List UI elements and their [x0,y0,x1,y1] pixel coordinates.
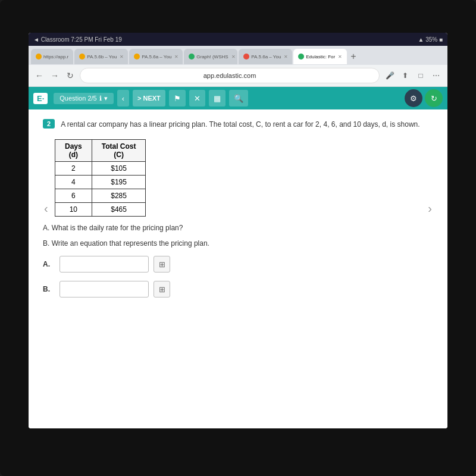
address-input[interactable] [80,68,380,83]
table-cell-cost-2: $195 [92,176,146,189]
back-button[interactable]: ← [33,70,45,82]
tab-close-3[interactable]: ✕ [231,54,236,60]
tab-icon-1 [79,54,85,60]
question-header: 2 A rental car company has a linear pric… [43,119,433,130]
browser-chrome: https://app.r PA.5.6b – You ✕ PA.5.6a – … [29,46,447,87]
question-label-text: Question 2/5 [60,95,96,102]
table-cell-cost-1: $105 [92,162,146,176]
tab-label-4: PA.5.6a – You [251,54,281,60]
grid-toolbar-icon: ▦ [214,94,221,103]
table-row-1: 2 $105 [55,162,146,176]
answer-label-b: B. [43,285,55,293]
edulastic-logo: E· [33,93,48,104]
table-row-4: 10 $465 [55,203,146,217]
grid-toolbar-button[interactable]: ▦ [209,90,226,107]
left-nav-arrow[interactable]: ‹ [44,202,48,215]
tab-5-active[interactable]: Edulastic: For ✕ [293,49,347,64]
data-table: Days(d) Total Cost(C) 2 $105 4 $195 [55,139,146,217]
status-bar-right: ▲ 35% ■ [418,36,443,43]
tab-icon-5 [298,54,304,60]
tab-3[interactable]: Graph! (WSHS ✕ [184,49,237,64]
tab-2[interactable]: PA.5.6a – You ✕ [129,49,183,64]
search-toolbar-button[interactable]: 🔍 [229,90,248,107]
bookmark-toolbar-button[interactable]: ⚑ [169,90,186,107]
answer-label-a: A. [43,260,55,268]
laptop-bezel: ◄ Classroom 7:25 PM Fri Feb 19 ▲ 35% ■ h… [0,0,476,476]
address-bar-row: ← → ↻ 🎤 ⬆ □ ⋯ [29,65,447,86]
answer-row-a: A. ⊞ [43,256,433,273]
table-cell-days-3: 6 [55,189,92,203]
tab-label-0: https://app.r [43,54,68,60]
info-icon: ℹ [99,95,102,102]
menu-icon[interactable]: ⋯ [430,69,443,82]
toolbar-right: ⚙ ↻ [405,89,443,107]
tab-icon-0 [36,54,42,60]
microphone-icon[interactable]: 🎤 [383,69,396,82]
tab-label-5: Edulastic: For [306,54,335,60]
next-button[interactable]: > NEXT [133,90,165,107]
calculator-button-b[interactable]: ⊞ [154,281,170,298]
edulastic-toolbar: E· Question 2/5 ℹ ▾ ‹ > NEXT ⚑ ✕ ▦ 🔍 [29,87,447,109]
new-tab-button[interactable]: + [348,52,358,61]
question-number: 2 [43,119,55,129]
forward-button[interactable]: → [49,70,61,82]
bookmark-toolbar-icon: ⚑ [174,94,181,103]
table-row-2: 4 $195 [55,176,146,189]
sub-question-a-text: A. What is the daily rate for the pricin… [43,224,183,232]
answer-input-a[interactable] [60,256,149,273]
tab-close-5[interactable]: ✕ [338,54,342,60]
sub-question-b: B. Write an equation that represents the… [43,239,433,248]
prev-icon: ‹ [122,94,124,103]
refresh-button[interactable]: ↻ [425,89,443,107]
table-cell-days-4: 10 [55,203,92,217]
tab-label-2: PA.5.6a – You [142,54,171,60]
sub-question-b-text: B. Write an equation that represents the… [43,239,209,248]
settings-icon: ⚙ [410,94,417,103]
next-label: > NEXT [137,95,161,102]
tab-close-2[interactable]: ✕ [174,54,178,60]
status-bar: ◄ Classroom 7:25 PM Fri Feb 19 ▲ 35% ■ [29,33,447,46]
table-header-cost: Total Cost(C) [92,140,146,162]
search-toolbar-icon: 🔍 [234,94,243,103]
bookmark-icon[interactable]: □ [414,69,427,82]
refresh-icon: ↻ [431,94,437,103]
table-cell-cost-3: $285 [92,189,146,203]
content-area: ‹ 2 A rental car company has a linear pr… [29,109,447,428]
calculator-icon-a: ⊞ [159,260,165,269]
tab-icon-4 [243,54,249,60]
tab-4[interactable]: PA.5.6a – You ✕ [239,49,292,64]
tab-close-4[interactable]: ✕ [284,54,288,60]
calculator-icon-b: ⊞ [159,285,165,294]
share-icon[interactable]: ⬆ [399,69,412,82]
tab-1[interactable]: PA.5.6b – You ✕ [74,49,128,64]
question-text: A rental car company has a linear pricin… [61,119,419,130]
question-label: Question 2/5 ℹ ▾ [54,93,113,104]
prev-button[interactable]: ‹ [117,90,129,107]
chevron-down-icon: ▾ [104,95,108,102]
table-cell-cost-4: $465 [92,203,146,217]
tab-icon-2 [134,54,140,60]
tab-label-1: PA.5.6b – You [87,54,117,60]
settings-button[interactable]: ⚙ [405,89,422,107]
answer-input-b[interactable] [60,281,149,298]
close-toolbar-button[interactable]: ✕ [189,90,205,107]
table-header-days: Days(d) [55,140,92,162]
table-cell-days-2: 4 [55,176,92,189]
browser-screen: ◄ Classroom 7:25 PM Fri Feb 19 ▲ 35% ■ h… [29,33,447,428]
content-wrapper: ‹ 2 A rental car company has a linear pr… [43,119,433,298]
sub-question-a: A. What is the daily rate for the pricin… [43,224,433,232]
tab-0[interactable]: https://app.r [31,49,73,64]
answer-row-b: B. ⊞ [43,281,433,298]
calculator-button-a[interactable]: ⊞ [154,256,170,273]
table-row-3: 6 $285 [55,189,146,203]
table-cell-days-1: 2 [55,162,92,176]
tab-close-1[interactable]: ✕ [120,54,124,60]
addr-icons: 🎤 ⬆ □ ⋯ [383,69,443,82]
tabs-bar: https://app.r PA.5.6b – You ✕ PA.5.6a – … [29,46,447,65]
reload-button[interactable]: ↻ [64,70,76,82]
status-bar-left: ◄ Classroom 7:25 PM Fri Feb 19 [33,36,122,43]
close-toolbar-icon: ✕ [194,94,201,103]
tab-label-3: Graph! (WSHS [196,54,228,60]
right-nav-arrow[interactable]: › [428,202,432,215]
tab-icon-3 [189,54,195,60]
